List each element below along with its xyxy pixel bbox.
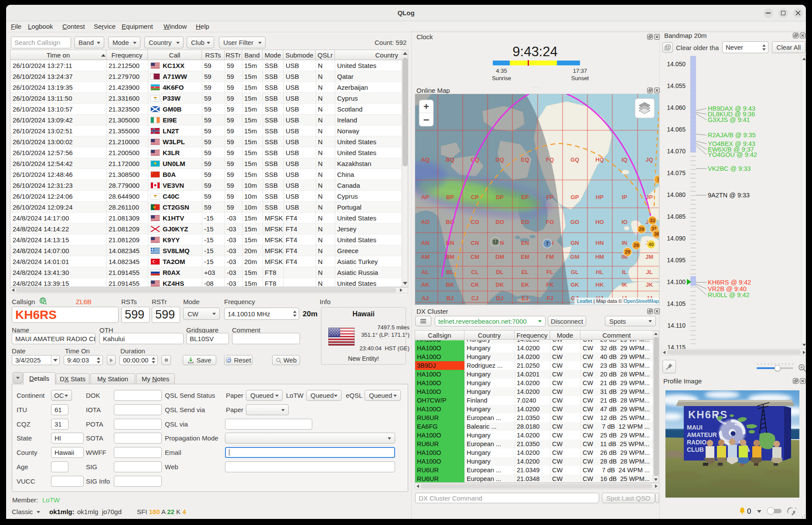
svg-text:FJ: FJ xyxy=(546,295,553,301)
svg-text:CL: CL xyxy=(471,269,478,275)
svg-text:EM: EM xyxy=(521,254,529,260)
svg-text:29: 29 xyxy=(625,249,630,254)
svg-text:BJ: BJ xyxy=(447,295,454,301)
svg-text:AO: AO xyxy=(421,219,430,225)
svg-text:IL: IL xyxy=(622,269,627,275)
svg-text:EQ: EQ xyxy=(521,156,529,163)
svg-text:AK: AK xyxy=(421,281,430,288)
svg-text:FK: FK xyxy=(546,281,554,288)
svg-text:CM: CM xyxy=(471,254,479,260)
svg-text:GL: GL xyxy=(571,269,579,275)
svg-text:JL: JL xyxy=(646,269,652,275)
svg-text:JM: JM xyxy=(645,254,653,260)
svg-text:JK: JK xyxy=(646,281,653,288)
svg-text:AL: AL xyxy=(421,269,429,275)
svg-text:−: − xyxy=(423,114,429,125)
svg-text:GN: GN xyxy=(570,240,579,246)
svg-text:AJ: AJ xyxy=(422,295,429,301)
svg-text:DQ: DQ xyxy=(495,156,504,163)
svg-text:DL: DL xyxy=(496,269,503,275)
svg-text:IQ: IQ xyxy=(621,156,628,163)
svg-text:BQ: BQ xyxy=(446,156,454,163)
svg-text:+: + xyxy=(423,101,429,112)
svg-text:HK: HK xyxy=(596,281,604,288)
svg-text:29: 29 xyxy=(634,243,639,248)
svg-text:7: 7 xyxy=(546,241,549,246)
svg-text:EP: EP xyxy=(521,194,529,200)
svg-text:BL: BL xyxy=(446,269,454,275)
svg-text:CK: CK xyxy=(471,281,479,288)
svg-text:GM: GM xyxy=(570,254,580,260)
svg-text:IK: IK xyxy=(622,281,628,288)
svg-text:BP: BP xyxy=(446,194,454,200)
svg-text:CN: CN xyxy=(471,240,479,246)
svg-text:IO: IO xyxy=(621,219,628,225)
svg-text:FL: FL xyxy=(546,269,553,275)
svg-text:BK: BK xyxy=(446,281,454,288)
svg-text:DO: DO xyxy=(495,219,504,225)
svg-text:33: 33 xyxy=(650,218,655,223)
svg-text:AM: AM xyxy=(421,254,430,260)
svg-text:GQ: GQ xyxy=(570,156,579,163)
svg-text:HQ: HQ xyxy=(595,156,604,163)
svg-text:CLUB: CLUB xyxy=(687,446,704,453)
svg-text:FP: FP xyxy=(546,194,554,200)
svg-text:36: 36 xyxy=(654,231,659,237)
svg-text:DJ: DJ xyxy=(496,295,504,301)
svg-text:AQ: AQ xyxy=(421,156,430,163)
svg-text:GP: GP xyxy=(571,194,579,200)
svg-text:EL: EL xyxy=(522,269,529,275)
svg-text:HM: HM xyxy=(595,254,604,260)
svg-text:FO: FO xyxy=(546,219,554,225)
svg-text:EO: EO xyxy=(521,219,529,225)
svg-text:IN: IN xyxy=(622,240,628,246)
svg-text:AP: AP xyxy=(421,194,429,200)
svg-text:12: 12 xyxy=(493,239,498,244)
svg-text:RADIO: RADIO xyxy=(687,439,706,446)
svg-text:GO: GO xyxy=(570,219,579,225)
svg-text:29: 29 xyxy=(639,227,644,232)
svg-text:IP: IP xyxy=(622,194,628,200)
svg-text:HL: HL xyxy=(596,269,603,275)
svg-text:EN: EN xyxy=(521,240,529,246)
svg-text:CJ: CJ xyxy=(471,295,479,301)
svg-text:AMATEUR: AMATEUR xyxy=(687,431,717,438)
svg-text:CP: CP xyxy=(471,194,479,200)
svg-text:HO: HO xyxy=(595,219,604,225)
svg-text:GK: GK xyxy=(570,281,579,288)
svg-text:DK: DK xyxy=(496,281,504,288)
svg-text:FQ: FQ xyxy=(546,156,554,163)
svg-text:BM: BM xyxy=(446,254,454,260)
svg-text:EK: EK xyxy=(521,281,529,288)
svg-text:EJ: EJ xyxy=(522,295,529,301)
svg-text:DM: DM xyxy=(495,254,504,260)
svg-text:MAUI: MAUI xyxy=(687,424,703,431)
svg-text:HP: HP xyxy=(596,194,604,200)
svg-text:40: 40 xyxy=(648,242,654,247)
svg-text:Leaflet | Map data © OpenStree: Leaflet | Map data © OpenStreetMap xyxy=(577,298,659,304)
svg-text:DP: DP xyxy=(496,194,504,200)
svg-text:FM: FM xyxy=(546,254,554,260)
svg-text:JQ: JQ xyxy=(645,156,653,163)
svg-text:AN: AN xyxy=(421,240,430,246)
svg-text:CO: CO xyxy=(471,219,479,225)
svg-text:HN: HN xyxy=(596,240,604,246)
